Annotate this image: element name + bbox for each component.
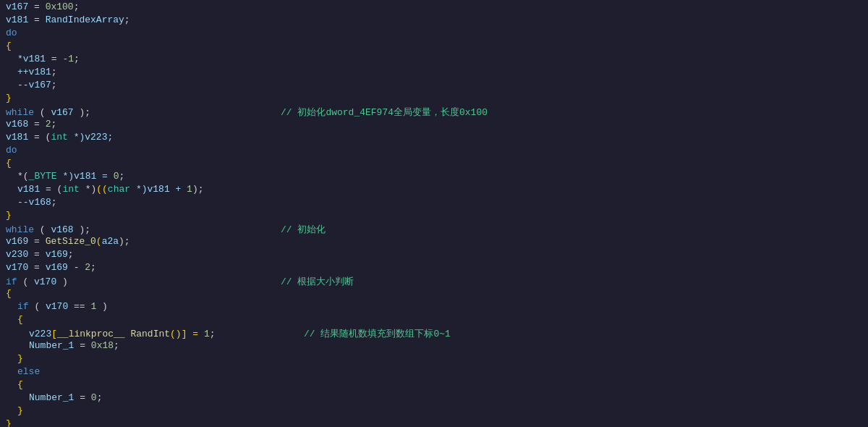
code-line: { [0,158,868,171]
code-line: { [0,379,868,392]
code-line: v181 = (int *)v223; [0,132,868,145]
code-token: v181 [6,132,28,143]
code-content: v181 = (int *)((char *)v181 + 1); [17,184,263,195]
code-token: { [17,379,23,390]
code-content: } [6,93,252,103]
code-token: ) [56,276,68,287]
code-token: *)v181 = [57,171,114,182]
code-line: v181 = (int *)((char *)v181 + 1); [0,184,868,197]
code-content: if ( v170 == 1 ) [17,301,263,312]
code-token: v170 [6,262,28,273]
code-token: { [6,41,12,51]
code-line: --v168; [0,197,868,210]
code-token: *v181 [17,54,46,64]
code-token: ( [17,276,34,287]
code-line: } [0,405,868,418]
code-content: } [6,210,252,221]
code-line: --v167; [0,80,868,93]
code-token: = [28,1,45,12]
code-token: ; [119,171,124,182]
code-token: ( [34,224,51,235]
code-line: while ( v168 );// 初始化 [0,223,868,236]
code-token: ; [68,249,74,260]
code-line: v181 = RandIndexArray; [0,14,868,28]
code-line: } [0,418,868,427]
code-token: int [62,184,79,195]
code-line: while ( v167 );// 初始化dword_4EF974全局变量，长度… [0,106,868,119]
code-content: v170 = v169 - 2; [6,262,252,273]
code-content: { [17,314,263,325]
code-line: Number_1 = 0; [0,392,868,405]
code-token: } [6,210,12,221]
code-token: --v168 [17,197,51,208]
code-token: v181 [17,184,40,195]
code-token: ) [96,301,108,312]
code-content: v223[__linkproc__ RandInt()] = 1; [29,329,275,339]
code-token: ; [74,1,80,12]
code-line: v167 = 0x100; [0,1,868,14]
code-token: = [28,249,45,260]
code-token: while [6,107,34,118]
code-line: v170 = v169 - 2; [0,262,868,275]
code-token: = [28,119,45,130]
code-token: == [68,301,90,312]
code-token: v223 [29,329,51,339]
code-token: if [17,301,29,312]
code-token: --v167 [17,80,51,90]
code-token: ; [97,392,103,403]
code-token: 2 [85,262,90,273]
code-comment: // 初始化dword_4EF974全局变量，长度0x100 [281,106,488,119]
code-token: Number_1 [29,340,74,351]
code-content: while ( v167 ); [6,107,252,118]
code-token: = ( [40,184,62,195]
code-token: ; [51,67,57,77]
code-line: { [0,314,868,327]
code-line: v168 = 2; [0,119,868,132]
code-token: v170 [34,276,56,287]
code-token: } [6,418,12,427]
code-token: = [28,262,45,273]
code-token: *( [17,171,29,182]
code-token: if [6,276,17,287]
code-token: RandIndexArray [46,14,124,25]
code-token: = [28,236,45,247]
code-token: v168 [6,119,28,130]
code-line: v169 = GetSize_0(a2a); [0,236,868,249]
code-token: ++v181 [17,67,51,77]
code-content: --v167; [17,80,263,90]
code-token: } [17,353,23,364]
code-content: *(_BYTE *)v181 = 0; [17,171,263,182]
code-token: = [74,340,90,351]
code-content: v230 = v169; [6,249,252,260]
code-content: { [6,158,252,169]
code-line: ++v181; [0,67,868,80]
code-content: v181 = RandIndexArray; [6,14,252,25]
code-token: - [68,262,85,273]
code-token: ; [124,14,130,25]
code-token: int [51,132,67,143]
code-token: ; [51,80,57,90]
code-comment: // 初始化 [281,223,326,236]
code-content: v168 = 2; [6,119,252,130]
code-token: = [74,392,90,403]
code-line: else [0,366,868,379]
code-token: 0x18 [91,340,114,351]
code-content: if ( v170 ) [6,276,252,287]
code-token: ); [74,107,90,118]
code-content: { [6,288,252,299]
code-line: *v181 = -1; [0,54,868,67]
code-token: ; [114,340,119,351]
code-token: ; [51,119,56,130]
code-content: } [17,405,263,416]
code-line: do [0,145,868,158]
code-content: Number_1 = 0x18; [29,340,275,351]
code-token: -1 [62,54,74,64]
code-line: Number_1 = 0x18; [0,340,868,353]
code-token: v181 [6,14,28,25]
code-content: v167 = 0x100; [6,1,252,12]
code-token: } [17,405,23,416]
code-token: v167 [6,1,28,12]
code-token: _BYTE [29,171,57,182]
code-content: } [17,353,263,364]
code-token: ); [74,224,90,235]
